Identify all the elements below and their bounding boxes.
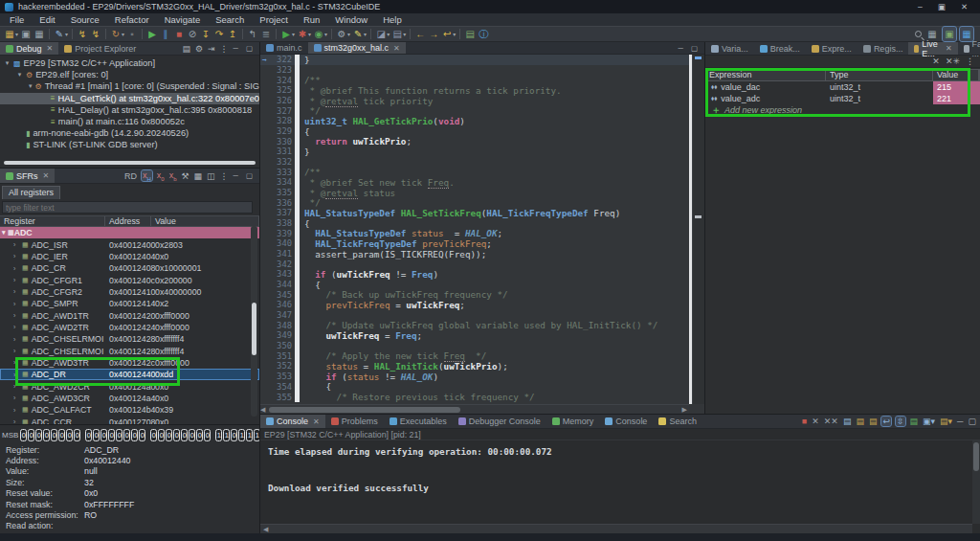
minimize-window-icon[interactable]: – bbox=[918, 2, 923, 11]
dropdown-icon[interactable]: ▾ bbox=[364, 31, 367, 37]
menu-search[interactable]: Search bbox=[208, 14, 252, 25]
tab-memory[interactable]: Memory bbox=[546, 415, 600, 428]
console-horizontal-scrollbar[interactable]: ◀ bbox=[260, 524, 972, 533]
word-wrap-icon[interactable]: ↩ bbox=[881, 417, 891, 426]
dropdown-icon[interactable]: ▾ bbox=[65, 31, 68, 37]
debug-tree-item[interactable]: ▮ST-LINK (ST-LINK GDB server) bbox=[0, 139, 259, 150]
expander-icon[interactable]: ▾ bbox=[16, 71, 23, 79]
code-line[interactable]: 326 * @retval tick priority bbox=[260, 96, 689, 106]
show-stdout-icon[interactable]: ▤ bbox=[856, 417, 864, 426]
dropdown-icon[interactable]: ▾ bbox=[453, 31, 456, 37]
code-line[interactable]: 353 if (status != HAL_OK) bbox=[260, 372, 689, 382]
dropdown-icon[interactable]: ▾ bbox=[403, 31, 406, 37]
sfrs-register-row[interactable]: ›▦ADC_SMPR0x400124140x2 bbox=[0, 298, 259, 309]
code-line[interactable]: 329{ bbox=[260, 126, 689, 137]
read-registers-button[interactable]: RD bbox=[124, 171, 137, 181]
save-icon[interactable]: ▣ bbox=[19, 27, 33, 41]
tab-debug[interactable]: Debug✕ bbox=[0, 42, 58, 55]
clear-console-icon[interactable]: ▤ bbox=[910, 417, 919, 426]
expression-row[interactable]: ⬧⬧value_dacuint32_t215 bbox=[705, 81, 980, 93]
sfrs-register-row[interactable]: ›▦ADC_AWD2CR0x400124a00x0 bbox=[0, 380, 259, 392]
close-window-icon[interactable]: ✕ bbox=[961, 2, 968, 11]
step-into-icon[interactable]: ↧ bbox=[199, 27, 212, 41]
debug-tree-item[interactable]: ▾⚙EP29.elf [cores: 0] bbox=[0, 69, 259, 80]
tab-live-e[interactable]: Live E...✕ bbox=[908, 42, 957, 55]
settings-icon[interactable]: ⚙ bbox=[195, 44, 203, 54]
code-line[interactable]: 343 if (uwTickFreq != Freq) bbox=[260, 269, 689, 280]
debug-tree-item[interactable]: ≡HAL_GetTick() at stm32g0xx_hal.c:322 0x… bbox=[0, 93, 259, 104]
sfrs-register-row[interactable]: ›▦ADC_AWD2TR0x400124240xfff0000 bbox=[0, 322, 259, 333]
step-over-icon[interactable]: ↷ bbox=[212, 27, 226, 41]
dropdown-icon[interactable]: ▾ bbox=[122, 31, 124, 37]
dropdown-icon[interactable]: ▾ bbox=[324, 31, 327, 37]
remove-expression-icon[interactable]: ✕ bbox=[932, 56, 940, 66]
open-file-icon[interactable]: ▦ bbox=[194, 171, 203, 181]
code-line[interactable]: 337HAL_StatusTypeDef HAL_SetTickFreq(HAL… bbox=[260, 208, 689, 218]
search-icon[interactable] bbox=[915, 31, 922, 37]
expander-icon[interactable]: ▾ bbox=[4, 59, 11, 67]
minimize-icon[interactable]: ─ bbox=[957, 417, 963, 426]
debug-icon[interactable]: ✱ bbox=[296, 27, 309, 41]
menu-edit[interactable]: Edit bbox=[32, 14, 62, 25]
build-icon[interactable]: ✎ bbox=[53, 27, 66, 41]
radix-binary-icon[interactable]: xb bbox=[169, 170, 177, 182]
new-wizard-icon[interactable]: ▦ bbox=[3, 27, 16, 41]
sfrs-register-row[interactable]: ›▦ADC_CR0x400124080x10000001 bbox=[0, 262, 259, 274]
code-line[interactable]: 335 * @retval status bbox=[260, 188, 689, 198]
menu-navigate[interactable]: Navigate bbox=[157, 14, 209, 25]
expander-icon[interactable]: ▾ bbox=[29, 82, 33, 90]
view-menu-icon[interactable]: ⋮ bbox=[220, 171, 229, 181]
locate-frame-icon[interactable]: ⇥ bbox=[208, 44, 215, 54]
tab-search[interactable]: Search bbox=[653, 415, 702, 428]
tab-regis[interactable]: Regis... bbox=[858, 42, 909, 55]
tab-debugger-console[interactable]: Debugger Console bbox=[453, 415, 546, 428]
refresh-icon[interactable]: ↻ bbox=[109, 27, 122, 41]
coverage-icon[interactable]: ◉ bbox=[312, 27, 325, 41]
dropdown-icon[interactable]: ▾ bbox=[308, 31, 311, 37]
minimize-icon[interactable]: ─ bbox=[234, 171, 241, 180]
drop-to-frame-icon[interactable]: ↰ bbox=[246, 27, 259, 41]
close-icon[interactable]: ✕ bbox=[313, 417, 320, 426]
tab-stm32g0xx-hal-c[interactable]: stm32g0xx_hal.c✕ bbox=[308, 42, 406, 54]
back-icon[interactable]: ← bbox=[413, 27, 427, 41]
export-icon[interactable]: ◫ bbox=[207, 171, 215, 181]
dropdown-icon[interactable]: ▾ bbox=[387, 31, 390, 37]
tab-fault[interactable]: Fault ... bbox=[958, 42, 980, 55]
minimize-icon[interactable]: ─ bbox=[679, 44, 686, 53]
sfrs-group-row-adc[interactable]: ▾ ▦ ADC bbox=[0, 227, 259, 238]
mark-occurrences-icon[interactable]: ✎ bbox=[351, 27, 365, 41]
code-line[interactable]: →322} bbox=[260, 55, 689, 65]
remove-launch-icon[interactable]: ✕ bbox=[812, 417, 819, 426]
resume-icon[interactable]: ▶ bbox=[145, 27, 159, 41]
code-line[interactable]: 336 */ bbox=[260, 197, 689, 208]
code-line[interactable]: 345 /* Back up uwTickFreq frequency */ bbox=[260, 289, 689, 300]
terminate-icon[interactable]: ■ bbox=[802, 417, 807, 426]
code-line[interactable]: 327 */ bbox=[260, 105, 689, 116]
tab-executables[interactable]: Executables bbox=[384, 415, 453, 428]
all-registers-tab[interactable]: All registers bbox=[2, 186, 60, 199]
code-line[interactable]: 333/** bbox=[260, 167, 689, 177]
dropdown-icon[interactable]: ▾ bbox=[15, 31, 18, 37]
cpp-perspective-icon[interactable]: ▣ bbox=[943, 27, 956, 41]
remove-all-expressions-icon[interactable]: ✕✳ bbox=[946, 56, 960, 66]
dropdown-icon[interactable]: ▾ bbox=[292, 31, 295, 37]
debug-tree-item[interactable]: ≡main() at main.c:116 0x800052c bbox=[0, 116, 259, 127]
configure-icon[interactable]: ⚒ bbox=[181, 171, 189, 181]
code-line[interactable]: 339 HAL_StatusTypeDef status = HAL_OK; bbox=[260, 228, 689, 238]
open-console-icon[interactable]: ▤▾ bbox=[940, 417, 952, 426]
tab-project-explorer[interactable]: Project Explorer bbox=[58, 42, 142, 55]
code-line[interactable]: 354 { bbox=[260, 382, 689, 393]
menu-window[interactable]: Window bbox=[327, 14, 375, 25]
tab-main-c[interactable]: main.c bbox=[260, 42, 308, 54]
console-output[interactable]: Time elapsed during verifying operation:… bbox=[260, 440, 972, 524]
sfrs-vertical-scrollbar[interactable] bbox=[251, 226, 257, 417]
scroll-left-icon[interactable]: ◀ bbox=[263, 526, 268, 533]
external-tools-icon[interactable]: ⚙ bbox=[335, 27, 348, 41]
expression-row[interactable]: ⬧⬧value_adcuint32_t221 bbox=[705, 93, 980, 104]
tab-console[interactable]: Console bbox=[599, 415, 653, 428]
code-line[interactable]: 344 { bbox=[260, 280, 689, 290]
code-line[interactable]: 332 bbox=[260, 157, 689, 168]
code-line[interactable]: 347 bbox=[260, 310, 689, 321]
sfrs-register-row[interactable]: ›▦ADC_CHSELRMOI0x400124280xfffffff4 bbox=[0, 333, 259, 345]
save-all-icon[interactable]: ▦ bbox=[33, 27, 46, 41]
